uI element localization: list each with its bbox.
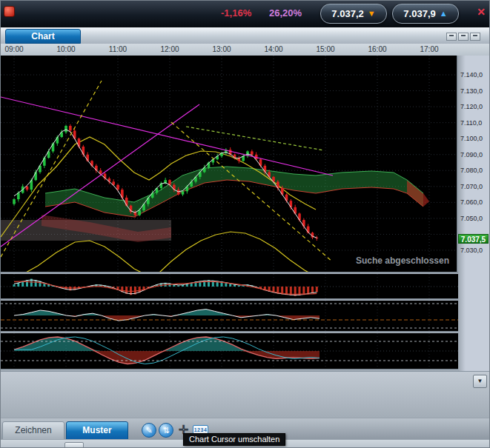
- indicator-panel-wave[interactable]: [1, 333, 458, 369]
- time-tick-label: 13:00: [211, 45, 233, 53]
- tab-strip: Chart: [1, 27, 489, 44]
- time-tick-label: 17:00: [418, 45, 440, 53]
- pencil-icon[interactable]: ✎: [142, 423, 156, 438]
- price-tick-label: 7.090,0: [460, 151, 483, 158]
- window-control-icon[interactable]: [470, 33, 480, 41]
- scroll-down-button[interactable]: ▼: [473, 375, 487, 388]
- price-tick-label: 7.060,0: [460, 198, 483, 206]
- alert-icon: [4, 6, 15, 17]
- tab-zeichnen[interactable]: Zeichnen: [2, 421, 64, 440]
- cloud: [45, 167, 429, 217]
- chart-plot-area[interactable]: Suche abgeschlossen: [1, 56, 458, 272]
- price-tick-label: 7.130,0: [460, 87, 483, 95]
- price-tick-label: 7.120,0: [460, 103, 483, 110]
- tooltip: Chart Cursor umschalten: [183, 433, 285, 446]
- sell-price-button[interactable]: 7.037,2 ▼: [320, 4, 387, 24]
- change-percent: -1,16%: [221, 7, 251, 19]
- price-tick-label: 7.140,0: [460, 71, 483, 78]
- time-tick-label: 15:00: [314, 45, 337, 53]
- tab-muster[interactable]: Muster: [66, 421, 128, 440]
- buy-price-value: 7.037,9: [403, 8, 435, 19]
- time-tick-label: 10:00: [55, 45, 77, 53]
- scrollbar-thumb[interactable]: [64, 442, 84, 448]
- time-tick-label: 12:00: [159, 45, 181, 53]
- window-control-icon[interactable]: [458, 33, 469, 41]
- tab-chart[interactable]: Chart: [5, 29, 81, 44]
- secondary-percent: 26,20%: [269, 7, 302, 19]
- close-icon[interactable]: ✕: [477, 7, 486, 17]
- window-control-icon[interactable]: [446, 33, 457, 41]
- time-tick-label: 09:00: [3, 45, 25, 53]
- lower-spacer-area: ▼: [1, 371, 489, 418]
- up-arrow-icon: ▲: [440, 10, 448, 18]
- price-tick-label: 7.030,0: [460, 247, 483, 254]
- time-tick-label: 16:00: [366, 45, 388, 53]
- current-price-badge: 7.037,5: [458, 234, 489, 244]
- status-text: Suche abgeschlossen: [356, 255, 449, 266]
- price-chart-canvas[interactable]: [1, 56, 458, 272]
- time-tick-label: 11:00: [107, 45, 129, 53]
- price-tick-label: 7.050,0: [460, 215, 483, 222]
- buy-price-button[interactable]: 7.037,9 ▲: [392, 4, 459, 24]
- down-arrow-icon: ▼: [368, 10, 376, 18]
- sort-arrows-icon[interactable]: ⇅: [159, 423, 173, 438]
- time-tick-label: 14:00: [262, 45, 285, 53]
- sell-price-value: 7.037,2: [331, 8, 363, 19]
- price-tick-label: 7.100,0: [460, 135, 483, 142]
- price-tick-label: 7.110,0: [460, 119, 482, 127]
- indicator-panel-oscillator[interactable]: [1, 301, 458, 331]
- price-tick-label: 7.070,0: [460, 183, 483, 190]
- chart-window: -1,16% 26,20% 7.037,2 ▼ 7.037,9 ▲ ✕ Char…: [0, 0, 490, 448]
- price-axis[interactable]: 7.037,5 7.140,07.130,07.120,07.110,07.10…: [457, 56, 489, 371]
- time-axis: 09:0010:0011:0012:0013:0014:0015:0016:00…: [1, 44, 489, 56]
- window-header: -1,16% 26,20% 7.037,2 ▼ 7.037,9 ▲ ✕: [1, 1, 489, 27]
- indicator-panel-macd[interactable]: [1, 274, 458, 298]
- price-tick-label: 7.080,0: [460, 167, 483, 174]
